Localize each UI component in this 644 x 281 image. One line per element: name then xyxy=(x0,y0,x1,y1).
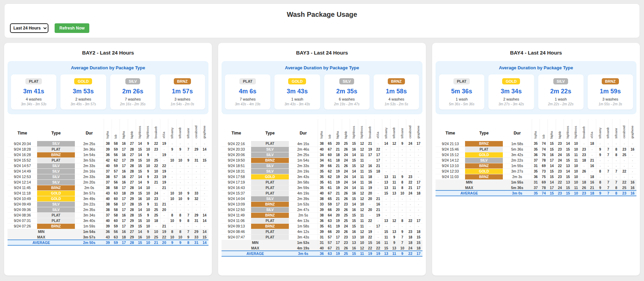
wash-row: 9/24 09:13BRNZ1m 58s356119241511-17----- xyxy=(222,223,422,229)
wash-duration: 2m 16s xyxy=(75,168,104,174)
chem-value: 38 xyxy=(104,207,112,212)
chem-value: 18 xyxy=(366,174,374,179)
package-summary: Average Duration by Package TypePLAT4m 6… xyxy=(222,61,422,114)
chem-value: - xyxy=(160,212,168,218)
chemical-label: graphene xyxy=(203,126,206,139)
chem-value: 10 xyxy=(176,196,184,201)
chem-value: 29 xyxy=(128,234,136,240)
chem-value: 67 xyxy=(326,245,334,251)
col-header-chemical: hiphboos xyxy=(136,119,144,141)
chem-value: 10 xyxy=(144,240,152,245)
chem-value: - xyxy=(200,174,208,179)
time-range-select[interactable]: Last 24 Hours xyxy=(10,23,48,33)
wash-duration: 2m 47s xyxy=(289,207,318,212)
chem-value: 8 xyxy=(398,179,406,185)
package-type-badge: PLAT xyxy=(239,78,256,84)
chemical-label: lopha xyxy=(320,131,323,139)
chem-value: 31 xyxy=(192,240,200,245)
chem-value: - xyxy=(398,163,406,168)
chem-value: - xyxy=(176,179,184,185)
package-duration-range: 2m 16s - 2m 35s xyxy=(111,102,155,106)
chem-value: 16 xyxy=(120,179,128,185)
package-type-badge: GOLD xyxy=(74,78,92,84)
chem-value: 22 xyxy=(556,179,564,185)
chem-value: 7 xyxy=(604,152,612,157)
chem-value: - xyxy=(382,196,390,201)
chem-value: 21 xyxy=(374,196,382,201)
chem-value: 19 xyxy=(334,251,342,256)
col-header-chemical: trifoamy xyxy=(596,119,604,141)
chem-value: 61 xyxy=(326,157,334,163)
package-wash-count: 1 wash xyxy=(539,97,583,101)
chem-value: - xyxy=(374,174,382,179)
chem-value: 39 xyxy=(104,223,112,229)
chem-value: 23 xyxy=(152,196,160,201)
chem-value: 35 xyxy=(318,179,326,185)
refresh-button[interactable]: Refresh Now xyxy=(55,23,89,33)
chem-value: 21 xyxy=(334,147,342,152)
chem-value: 22 xyxy=(374,147,382,152)
package-avg-duration: 2m 22s xyxy=(539,88,583,95)
chem-value: 28 xyxy=(128,168,136,174)
chem-value: 17 xyxy=(120,218,128,223)
col-header-chemical: trifoamb xyxy=(390,119,398,141)
wash-table: TimeTypeDurlophalobhiphahiphbhiphbooship… xyxy=(8,119,208,246)
chem-value: 11 xyxy=(358,223,366,229)
col-header-chemical: trifoamr xyxy=(612,119,620,141)
chem-value: 8 xyxy=(398,185,406,190)
chem-value: 14 xyxy=(548,179,556,185)
chem-value: 10 xyxy=(358,240,366,245)
chem-value: - xyxy=(374,218,382,223)
chem-value: 17 xyxy=(414,185,422,190)
chem-value: 56 xyxy=(112,179,120,185)
chem-value: - xyxy=(406,157,414,163)
chem-value: 14 xyxy=(350,185,358,190)
average-row-duration: 3m 6s xyxy=(289,251,318,256)
chem-value: - xyxy=(176,207,184,212)
average-row-label: AVERAGE xyxy=(8,240,75,245)
chem-value: 18 xyxy=(580,179,588,185)
chem-value: 17 xyxy=(120,163,128,168)
chem-value: - xyxy=(406,201,414,207)
chem-value: 10 xyxy=(398,190,406,196)
chem-value: - xyxy=(176,223,184,229)
chem-value: 12 xyxy=(390,141,398,147)
wash-type-badge: BRNZ xyxy=(251,157,289,163)
chem-value: 11 xyxy=(358,179,366,185)
col-header-dur: Dur xyxy=(503,119,532,141)
chem-value: 17 xyxy=(548,185,556,190)
chem-value: 16 xyxy=(120,212,128,218)
chem-value: 21 xyxy=(588,157,596,163)
wash-time: 9/24 12:53 xyxy=(8,174,37,179)
wash-time: 9/24 08:46 xyxy=(222,229,251,234)
wash-row: 9/24 20:06SILV2m 25s3460182414111717----… xyxy=(222,152,422,157)
wash-type-badge: SILV xyxy=(37,168,75,174)
chem-value: 14 xyxy=(200,240,208,245)
chem-value: 22 xyxy=(160,234,168,240)
chem-value: 9 xyxy=(184,190,192,196)
wash-row: 9/24 10:49GOLD3m 49s40601729161023-10109… xyxy=(8,196,208,201)
wash-duration: 3m 59s xyxy=(289,185,318,190)
max-row: MAX5m 36s37781724151126219782516 xyxy=(436,185,636,190)
wash-time: 9/24 21:13 xyxy=(436,141,465,147)
chem-value: 15 xyxy=(200,157,208,163)
chemical-label: hiphboos xyxy=(138,126,142,139)
wash-time: 9/24 11:18 xyxy=(8,190,37,196)
chem-value: 15 xyxy=(564,185,572,190)
chem-value: 57 xyxy=(112,168,120,174)
chem-value: 60 xyxy=(326,152,334,157)
chemical-label: hiphb xyxy=(344,131,348,139)
package-duration-range: 3m 43s - 3m 43s xyxy=(275,102,319,106)
package-duration-range: 1m 53s - 2m 5s xyxy=(374,102,418,106)
chem-value: 20 xyxy=(160,240,168,245)
wash-table: TimeTypeDurlophalobhiphahiphbhiphbooship… xyxy=(222,119,422,257)
chem-value: - xyxy=(184,207,192,212)
chem-value: - xyxy=(200,179,208,185)
chem-value: 21 xyxy=(588,185,596,190)
chem-value: 17 xyxy=(120,201,128,207)
chem-value: 76 xyxy=(540,152,547,157)
chemical-label: cerabond xyxy=(623,126,626,139)
wash-row: 9/24 17:19PLAT3m 58s35611924141116-13118… xyxy=(222,179,422,185)
chem-value: - xyxy=(192,174,200,179)
chem-value: 11 xyxy=(390,185,398,190)
